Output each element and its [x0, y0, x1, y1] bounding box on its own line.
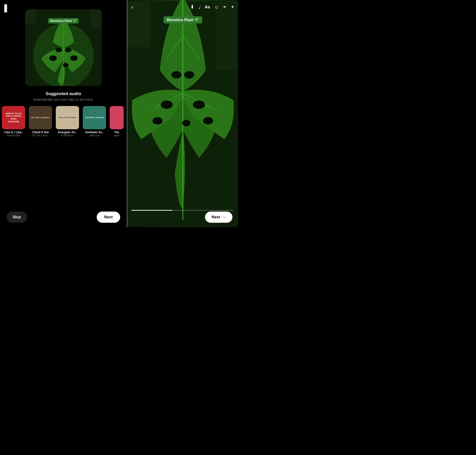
- track-item-4[interactable]: AESTHETIC SOUNDS Aesthetic So.. vatto Lo…: [83, 106, 106, 137]
- right-label: Monstera Plant 🌱: [163, 16, 202, 24]
- preview-card: Monstera Plant 🌱: [25, 9, 102, 86]
- next-button-left[interactable]: Next: [97, 211, 120, 223]
- svg-point-26: [193, 101, 205, 109]
- next-label-right: Next: [211, 215, 220, 219]
- svg-point-10: [49, 55, 57, 61]
- skip-button[interactable]: Skip: [7, 211, 27, 223]
- track-thumb-2: OH THE LARCENY: [29, 106, 52, 129]
- track-artist-1: Shirley Ellis: [7, 134, 20, 137]
- track-name-4: Aesthetic So..: [85, 131, 104, 134]
- right-panel: ‹ ⬇ ♩ Aa ☺ ✒ ✦ Monstera Plant 🌱 Next →: [128, 0, 238, 228]
- left-back-button[interactable]: ‹: [4, 4, 7, 13]
- sticker-icon[interactable]: ☺: [214, 4, 219, 10]
- next-arrow-right: →: [222, 215, 226, 219]
- svg-point-27: [161, 101, 173, 109]
- svg-point-7: [65, 48, 71, 52]
- suggested-audio-subtitle: Automatically sync your clips to any tra…: [33, 98, 93, 101]
- right-bottom-bar: Next →: [128, 211, 238, 223]
- track-item-1[interactable]: SHIRLEY ELLISTHE CLAPPING SONGAND MORE I…: [2, 106, 25, 137]
- preview-label: Monstera Plant 🌱: [48, 18, 79, 24]
- right-top-bar: ‹ ⬇ ♩ Aa ☺ ✒ ✦: [128, 0, 238, 14]
- right-top-icons: ⬇ ♩ Aa ☺ ✒ ✦: [190, 4, 234, 10]
- track-artist-4: vatto Lofi: [89, 134, 100, 137]
- right-back-button[interactable]: ‹: [131, 3, 133, 11]
- svg-point-11: [63, 63, 69, 67]
- progress-bar: [131, 210, 234, 211]
- track-artist-5: gard: [114, 134, 119, 137]
- svg-point-29: [153, 117, 163, 125]
- track-thumb-4: AESTHETIC SOUNDS: [83, 106, 106, 129]
- svg-point-9: [70, 55, 78, 61]
- svg-point-24: [184, 71, 194, 79]
- download-icon[interactable]: ⬇: [190, 4, 194, 10]
- music-icon[interactable]: ♩: [199, 4, 201, 10]
- audio-tracks-list: SHIRLEY ELLISTHE CLAPPING SONGAND MORE I…: [0, 106, 127, 137]
- track-item-3[interactable]: REAL GOOD THING Energetic An.. KLM Music: [56, 106, 79, 137]
- svg-point-30: [182, 120, 191, 126]
- left-panel: ‹: [0, 0, 127, 228]
- track-artist-3: KLM Music: [61, 134, 74, 137]
- track-thumb-5: [110, 106, 124, 129]
- svg-point-28: [203, 117, 213, 125]
- brush-icon[interactable]: ✒: [223, 4, 227, 9]
- text-icon[interactable]: Aa: [205, 5, 210, 9]
- svg-rect-12: [25, 9, 37, 23]
- track-name-5: The: [114, 131, 119, 134]
- track-name-3: Energetic An..: [58, 131, 77, 134]
- track-artist-2: Oh The Larce..: [32, 134, 49, 137]
- svg-rect-13: [90, 9, 102, 28]
- track-item-2[interactable]: OH THE LARCENY Check It Out Oh The Larce…: [29, 106, 52, 137]
- track-item-5[interactable]: The gard: [110, 106, 124, 137]
- next-button-right[interactable]: Next →: [205, 211, 232, 223]
- suggested-audio-title: Suggested audio: [46, 91, 81, 96]
- left-bottom-bar: Skip Next: [0, 211, 127, 223]
- track-name-1: I See It, I Like..: [4, 131, 23, 134]
- sparkle-icon[interactable]: ✦: [231, 4, 234, 9]
- svg-point-8: [56, 48, 62, 52]
- svg-point-25: [171, 71, 182, 79]
- progress-fill: [131, 210, 172, 211]
- track-thumb-1: SHIRLEY ELLISTHE CLAPPING SONGAND MORE: [2, 106, 25, 129]
- track-thumb-3: REAL GOOD THING: [56, 106, 79, 129]
- track-name-2: Check It Out: [32, 131, 49, 134]
